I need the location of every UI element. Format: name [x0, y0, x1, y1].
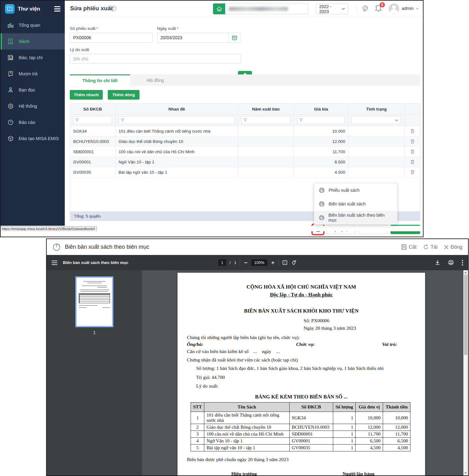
- table-row[interactable]: GV00035 Bài tập ngữ văn 10 - tập 1 4.500: [70, 167, 420, 177]
- page-thumbnail[interactable]: [75, 276, 113, 327]
- number-input[interactable]: [70, 33, 153, 43]
- date-input[interactable]: [157, 33, 229, 43]
- reason-input[interactable]: [70, 54, 241, 64]
- doc-col-ten-sach: Tên Sách: [204, 403, 289, 412]
- sidebar-item-bao-cao[interactable]: Báo cáo: [1, 114, 65, 130]
- cell-price: 6.500: [294, 157, 349, 167]
- column-header[interactable]: Giá bìa: [294, 104, 349, 114]
- table-row[interactable]: SGK34 101 điều cần biết Thắng cảnh nổi t…: [70, 126, 420, 136]
- column-header[interactable]: Số ĐKCB: [70, 104, 116, 114]
- sidebar-item-label: Hệ thống: [19, 104, 37, 109]
- sidebar-toggle-icon[interactable]: [54, 6, 60, 12]
- reload-dialog-button[interactable]: Tải: [423, 244, 438, 250]
- delete-row-icon[interactable]: [410, 170, 415, 175]
- doc-col-stt: STT: [191, 403, 204, 412]
- filter-title-input[interactable]: [119, 116, 235, 124]
- menu-item-bien-ban-xuat-sach-theo-bien-muc[interactable]: Biên bản xuất sách theo biên mục: [314, 211, 397, 224]
- fit-page-icon[interactable]: [282, 260, 287, 265]
- user-name: admin: [402, 6, 414, 11]
- zoom-in-icon[interactable]: [271, 261, 275, 265]
- table-row[interactable]: GV00001 Ngữ Văn 10 - tập 1 6.500: [70, 157, 420, 167]
- scroll-up-icon[interactable]: [464, 271, 467, 273]
- cell-title: 101 điều cần biết Thắng cảnh nổi tiếng n…: [116, 126, 238, 136]
- cell-code: BCHUYEN10.0003: [70, 136, 116, 146]
- school-selector: [213, 3, 309, 14]
- sidebar-item-sach[interactable]: Sách: [1, 33, 65, 49]
- search-analytics-icon[interactable]: [361, 5, 370, 13]
- sidebar-item-label: Mượn trả: [19, 71, 37, 76]
- table-row[interactable]: BCHUYEN10.0003 Giáo dục thể chất Bóng ch…: [70, 136, 420, 147]
- doc-approval: Biên bản được phê chuẩn ngày 20 tháng 3 …: [187, 457, 416, 462]
- school-name-input[interactable]: [225, 3, 309, 14]
- doc-col-so-dkcb: Số ĐKCB: [289, 403, 333, 412]
- sidebar-item-bao-tap-chi[interactable]: Báo, tạp chí: [1, 49, 65, 66]
- pdf-page: CỘNG HÒA XÃ HỘI CHỦ NGHĨA VIỆT NAM Độc l…: [178, 273, 425, 475]
- pdf-menu-icon[interactable]: [52, 261, 57, 265]
- sidebar-item-label: Đào tạo MISA EMIS: [19, 136, 59, 141]
- filter-year-input[interactable]: [241, 116, 291, 124]
- pdf-page-area: CỘNG HÒA XÃ HỘI CHỦ NGHĨA VIỆT NAM Độc l…: [142, 270, 468, 475]
- sidebar-item-muon-tra[interactable]: Mượn trả: [1, 66, 65, 82]
- menu-item-phieu-xuat-sach[interactable]: Phiếu xuất sách: [314, 183, 397, 197]
- download-icon[interactable]: [435, 260, 440, 265]
- user-menu[interactable]: admin: [402, 6, 419, 11]
- delete-row-icon[interactable]: [410, 129, 415, 134]
- print-icon[interactable]: [448, 260, 454, 265]
- doc-table-row: 4 Ngữ Văn 10 - tập 1 GV00001 1 6,500 6,5…: [191, 438, 410, 445]
- cell-price: 12.000: [294, 136, 349, 146]
- cell-title: Giáo dục thể chất Bóng chuyền 10: [116, 136, 238, 146]
- zoom-out-icon[interactable]: [244, 261, 248, 265]
- borrow-return-icon: [7, 71, 14, 77]
- scrollbar-thumb[interactable]: [464, 275, 467, 355]
- close-dialog-button[interactable]: Đóng: [444, 244, 462, 250]
- school-year-select[interactable]: 2022 - 2023: [316, 3, 348, 14]
- pdf-scrollbar[interactable]: [463, 270, 468, 475]
- chevron-down-icon: [342, 8, 345, 10]
- tab-hoi-dong[interactable]: Hội đồng: [130, 74, 180, 86]
- help-icon[interactable]: ?: [111, 6, 116, 12]
- page-count: 1: [234, 260, 236, 265]
- pdf-doc-title: Biên bản xuất sách theo biên mục: [63, 260, 128, 265]
- more-options-icon[interactable]: [462, 260, 463, 266]
- column-header[interactable]: Nhan đề: [116, 104, 238, 114]
- filter-status-select[interactable]: [352, 116, 401, 124]
- page-number-box[interactable]: 1: [218, 259, 226, 266]
- chevron-up-icon: [244, 73, 247, 74]
- avatar[interactable]: [389, 3, 399, 14]
- table-row[interactable]: SĐĐ00001 100 câu nói về dân chủ của Hồ C…: [70, 147, 420, 157]
- filter-icon: [299, 118, 303, 122]
- delete-row-icon[interactable]: [410, 139, 415, 144]
- doc-sign-right: Người lập bảng: [301, 471, 416, 475]
- sidebar-item-dao-tao[interactable]: Đào tạo MISA EMIS: [1, 130, 65, 147]
- sidebar-item-ban-doc[interactable]: Bạn đọc: [1, 82, 65, 98]
- save-dialog-button[interactable]: Cất: [401, 244, 417, 250]
- grid-filter-row: [70, 115, 420, 126]
- scroll-down-icon[interactable]: [464, 472, 467, 474]
- thumbnail-page-number: 1: [93, 330, 96, 335]
- filter-code-input[interactable]: [73, 116, 112, 124]
- column-header[interactable]: Năm xuất bản: [238, 104, 294, 114]
- doc-signature-row: Hiệu trưởng Người lập bảng: [187, 471, 416, 475]
- sidebar-item-tong-quan[interactable]: Tổng quan: [1, 17, 65, 33]
- print-preview-dialog: Biên bản xuất sách theo biên mục Cất Tải…: [46, 238, 469, 476]
- calendar-icon[interactable]: [229, 33, 240, 43]
- tab-thong-tin-chi-tiet[interactable]: Thông tin chi tiết: [70, 74, 130, 86]
- delete-row-icon[interactable]: [410, 159, 415, 164]
- delete-row-icon[interactable]: [410, 149, 415, 154]
- zoom-level-box[interactable]: 100%: [251, 259, 267, 266]
- menu-item-bien-ban-xuat-sach[interactable]: Biên bản xuất sách: [314, 197, 397, 211]
- column-header[interactable]: Tình trạng: [348, 104, 405, 114]
- add-row-button[interactable]: Thêm dòng: [108, 90, 140, 100]
- toolbar-divider: [278, 259, 279, 266]
- filter-price-input[interactable]: [297, 116, 345, 124]
- cell-code: SĐĐ00001: [70, 147, 116, 157]
- home-button[interactable]: [213, 3, 225, 14]
- sidebar-item-he-thong[interactable]: Hệ thống: [1, 98, 65, 114]
- doc-national-motto: Độc lập - Tự do - Hạnh phúc: [187, 292, 416, 298]
- bar-chart-icon: [7, 22, 14, 28]
- notifications-button[interactable]: 6: [374, 4, 383, 13]
- cell-code: GV00001: [70, 157, 116, 167]
- add-quick-button[interactable]: Thêm nhanh: [70, 90, 103, 100]
- reader-icon: [7, 87, 14, 93]
- rotate-icon[interactable]: [291, 260, 296, 266]
